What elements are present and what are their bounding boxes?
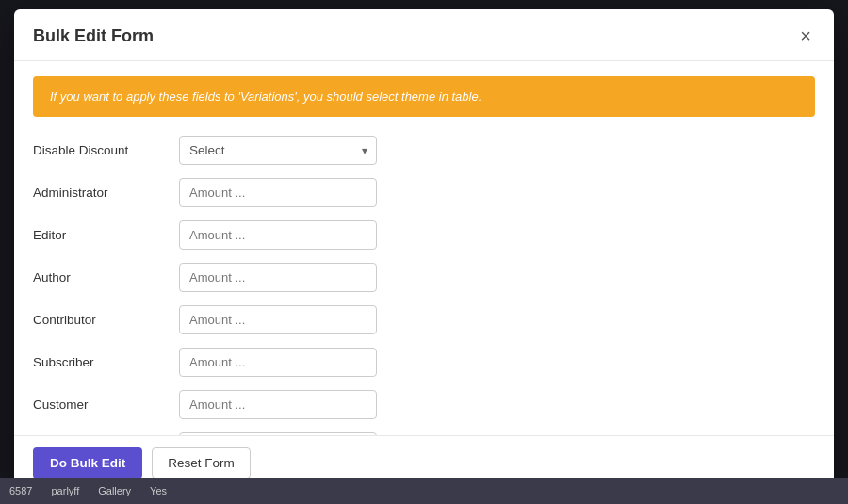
notice-banner: If you want to apply these fields to 'Va… <box>33 76 815 117</box>
select-wrapper-disable-discount: Select <box>179 136 377 165</box>
modal-overlay: Bulk Edit Form × If you want to apply th… <box>0 0 848 504</box>
close-button[interactable]: × <box>796 24 815 47</box>
form-row-contributor: Contributor <box>33 305 815 334</box>
reset-form-button[interactable]: Reset Form <box>152 447 251 479</box>
administrator-input[interactable] <box>179 178 377 207</box>
form-row-customer: Customer <box>33 390 815 419</box>
bottom-bar: 6587 parlyff Gallery Yes <box>0 478 848 504</box>
label-contributor: Contributor <box>33 313 179 327</box>
form-row-editor: Editor <box>33 220 815 250</box>
modal-body: If you want to apply these fields to 'Va… <box>14 61 834 435</box>
bottom-status: Yes <box>150 485 167 496</box>
subscriber-input[interactable] <box>179 348 377 377</box>
bottom-user: parlyff <box>51 485 79 496</box>
editor-input[interactable] <box>179 220 377 250</box>
form-row-author: Author <box>33 263 815 292</box>
contributor-input[interactable] <box>179 305 377 334</box>
bulk-edit-modal: Bulk Edit Form × If you want to apply th… <box>14 9 834 490</box>
customer-input[interactable] <box>179 390 377 419</box>
bottom-id: 6587 <box>9 485 32 496</box>
form-row-subscriber: Subscriber <box>33 348 815 377</box>
label-administrator: Administrator <box>33 186 179 200</box>
form-row-disable-discount: Disable Discount Select <box>33 136 815 165</box>
label-subscriber: Subscriber <box>33 355 179 369</box>
label-disable-discount: Disable Discount <box>33 143 179 157</box>
modal-header: Bulk Edit Form × <box>14 9 834 61</box>
modal-title: Bulk Edit Form <box>33 26 154 46</box>
label-customer: Customer <box>33 398 179 412</box>
do-bulk-edit-button[interactable]: Do Bulk Edit <box>33 447 142 479</box>
form-row-administrator: Administrator <box>33 178 815 207</box>
label-editor: Editor <box>33 228 179 242</box>
disable-discount-select[interactable]: Select <box>179 136 377 165</box>
bottom-category: Gallery <box>98 485 131 496</box>
label-author: Author <box>33 270 179 285</box>
author-input[interactable] <box>179 263 377 292</box>
